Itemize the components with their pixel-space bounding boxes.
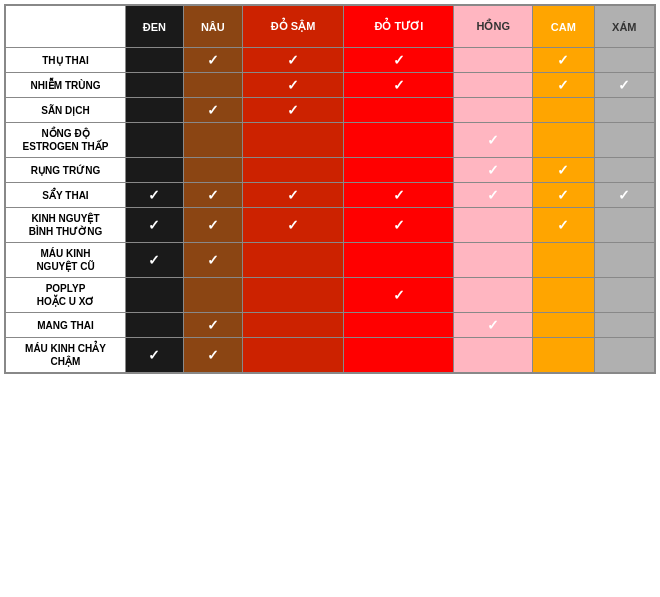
checkmark-icon: ✓ xyxy=(207,102,219,118)
cell-hong: ✓ xyxy=(454,158,533,183)
cell-xam: ✓ xyxy=(594,183,654,208)
checkmark-icon: ✓ xyxy=(287,102,299,118)
cell-xam xyxy=(594,338,654,373)
checkmark-icon: ✓ xyxy=(148,217,160,233)
cell-hong xyxy=(454,98,533,123)
row-label: MÁU KINH CHẢYCHẬM xyxy=(6,338,126,373)
cell-dotuoi: ✓ xyxy=(344,73,454,98)
cell-hong xyxy=(454,73,533,98)
checkmark-icon: ✓ xyxy=(287,77,299,93)
cell-dosam: ✓ xyxy=(242,183,343,208)
cell-dotuoi: ✓ xyxy=(344,278,454,313)
header-den: ĐEN xyxy=(126,6,184,48)
checkmark-icon: ✓ xyxy=(557,187,569,203)
cell-den: ✓ xyxy=(126,208,184,243)
cell-den xyxy=(126,73,184,98)
cell-den: ✓ xyxy=(126,243,184,278)
checkmark-icon: ✓ xyxy=(557,52,569,68)
cell-xam xyxy=(594,278,654,313)
cell-den xyxy=(126,98,184,123)
cell-dotuoi xyxy=(344,243,454,278)
checkmark-icon: ✓ xyxy=(393,187,405,203)
cell-dotuoi: ✓ xyxy=(344,183,454,208)
table-row: THỤ THAI✓✓✓✓ xyxy=(6,48,655,73)
checkmark-icon: ✓ xyxy=(557,162,569,178)
checkmark-icon: ✓ xyxy=(618,77,630,93)
cell-xam xyxy=(594,48,654,73)
cell-xam: ✓ xyxy=(594,73,654,98)
checkmark-icon: ✓ xyxy=(393,287,405,303)
checkmark-icon: ✓ xyxy=(557,217,569,233)
table-row: MANG THAI✓✓ xyxy=(6,313,655,338)
cell-xam xyxy=(594,158,654,183)
cell-xam xyxy=(594,123,654,158)
cell-dosam xyxy=(242,338,343,373)
header-xam: XÁM xyxy=(594,6,654,48)
cell-den xyxy=(126,313,184,338)
cell-dotuoi xyxy=(344,338,454,373)
table-row: RỤNG TRỨNG✓✓ xyxy=(6,158,655,183)
cell-dosam: ✓ xyxy=(242,48,343,73)
table-row: SÃN DỊCH✓✓ xyxy=(6,98,655,123)
cell-dosam xyxy=(242,313,343,338)
cell-nau: ✓ xyxy=(183,183,242,208)
cell-nau xyxy=(183,123,242,158)
checkmark-icon: ✓ xyxy=(487,162,499,178)
cell-nau: ✓ xyxy=(183,313,242,338)
cell-dosam xyxy=(242,278,343,313)
header-dosam: ĐỎ SẬM xyxy=(242,6,343,48)
cell-xam xyxy=(594,208,654,243)
cell-den: ✓ xyxy=(126,338,184,373)
cell-cam xyxy=(533,98,595,123)
checkmark-icon: ✓ xyxy=(393,77,405,93)
checkmark-icon: ✓ xyxy=(148,187,160,203)
cell-cam xyxy=(533,278,595,313)
cell-cam xyxy=(533,123,595,158)
header-nau: NÂU xyxy=(183,6,242,48)
checkmark-icon: ✓ xyxy=(287,187,299,203)
color-chart-wrapper: ĐEN NÂU ĐỎ SẬM ĐỎ TƯƠI HỒNG CAM XÁM THỤ … xyxy=(4,4,656,374)
cell-dotuoi xyxy=(344,98,454,123)
cell-hong xyxy=(454,338,533,373)
table-row: SẨY THAI✓✓✓✓✓✓✓ xyxy=(6,183,655,208)
table-row: MÁU KINH CHẢYCHẬM✓✓ xyxy=(6,338,655,373)
header-label xyxy=(6,6,126,48)
checkmark-icon: ✓ xyxy=(148,252,160,268)
cell-dosam xyxy=(242,243,343,278)
cell-dosam: ✓ xyxy=(242,208,343,243)
checkmark-icon: ✓ xyxy=(557,77,569,93)
row-label: NỒNG ĐỘESTROGEN THẤP xyxy=(6,123,126,158)
row-label: POPLYPHOẶC U XƠ xyxy=(6,278,126,313)
cell-nau xyxy=(183,73,242,98)
cell-den: ✓ xyxy=(126,183,184,208)
cell-xam xyxy=(594,243,654,278)
cell-cam: ✓ xyxy=(533,183,595,208)
table-row: NỒNG ĐỘESTROGEN THẤP✓ xyxy=(6,123,655,158)
cell-dotuoi: ✓ xyxy=(344,208,454,243)
checkmark-icon: ✓ xyxy=(207,217,219,233)
cell-nau: ✓ xyxy=(183,243,242,278)
cell-hong: ✓ xyxy=(454,183,533,208)
row-label: SÃN DỊCH xyxy=(6,98,126,123)
cell-dosam xyxy=(242,158,343,183)
cell-hong: ✓ xyxy=(454,123,533,158)
cell-xam xyxy=(594,313,654,338)
row-label: KINH NGUYỆTBÌNH THƯỜNG xyxy=(6,208,126,243)
cell-nau xyxy=(183,158,242,183)
checkmark-icon: ✓ xyxy=(207,252,219,268)
cell-den xyxy=(126,123,184,158)
cell-cam xyxy=(533,338,595,373)
cell-den xyxy=(126,48,184,73)
cell-dosam: ✓ xyxy=(242,98,343,123)
cell-dotuoi xyxy=(344,313,454,338)
checkmark-icon: ✓ xyxy=(148,347,160,363)
checkmark-icon: ✓ xyxy=(618,187,630,203)
cell-nau: ✓ xyxy=(183,338,242,373)
checkmark-icon: ✓ xyxy=(487,187,499,203)
table-row: MÁU KINHNGUYỆT CŨ✓✓ xyxy=(6,243,655,278)
checkmark-icon: ✓ xyxy=(393,52,405,68)
cell-cam: ✓ xyxy=(533,208,595,243)
table-row: KINH NGUYỆTBÌNH THƯỜNG✓✓✓✓✓ xyxy=(6,208,655,243)
cell-cam: ✓ xyxy=(533,48,595,73)
cell-hong xyxy=(454,278,533,313)
